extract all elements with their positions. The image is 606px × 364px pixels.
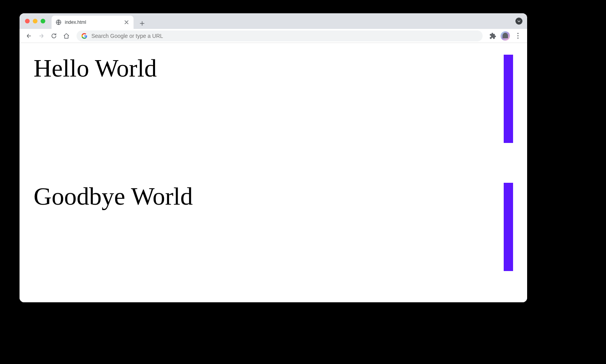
tab-bar: index.html [20, 13, 527, 29]
tab-bar-right [515, 13, 522, 29]
page-heading: Goodbye World [34, 183, 193, 210]
tab-active[interactable]: index.html [52, 16, 134, 29]
address-bar[interactable] [77, 30, 483, 41]
arrow-right-icon [38, 32, 45, 39]
profile-avatar[interactable] [501, 31, 510, 41]
extensions-button[interactable] [487, 30, 498, 41]
tab-title: index.html [65, 20, 120, 25]
plus-icon [140, 21, 144, 26]
arrow-left-icon [25, 32, 32, 39]
tab-close-button[interactable] [123, 19, 130, 25]
browser-menu-button[interactable] [512, 30, 523, 41]
section-goodbye: Goodbye World [20, 171, 527, 271]
window-close-button[interactable] [25, 19, 30, 23]
reload-icon [50, 32, 57, 39]
accent-bar [504, 183, 513, 271]
globe-icon [55, 19, 62, 25]
window-maximize-button[interactable] [41, 19, 45, 23]
toolbar [20, 29, 527, 43]
address-input[interactable] [91, 33, 478, 39]
reload-button[interactable] [48, 30, 59, 41]
home-icon [63, 32, 70, 39]
page-heading: Hello World [34, 55, 157, 82]
accent-bar [504, 55, 513, 143]
chevron-down-icon [517, 19, 521, 23]
window-controls [25, 19, 45, 23]
home-button[interactable] [61, 30, 72, 41]
dots-icon [517, 33, 519, 34]
back-button[interactable] [23, 30, 34, 41]
window-minimize-button[interactable] [33, 19, 37, 23]
puzzle-icon [489, 32, 496, 39]
close-icon [125, 20, 128, 24]
tabs: index.html [52, 13, 148, 29]
tab-search-button[interactable] [515, 18, 522, 25]
toolbar-right [487, 30, 523, 41]
page-viewport: Hello World Goodbye World [20, 43, 527, 302]
new-tab-button[interactable] [137, 18, 148, 29]
page-content: Hello World Goodbye World [20, 43, 527, 271]
google-icon [81, 33, 87, 39]
browser-window: index.html [20, 13, 527, 302]
forward-button[interactable] [36, 30, 47, 41]
section-hello: Hello World [20, 43, 527, 143]
